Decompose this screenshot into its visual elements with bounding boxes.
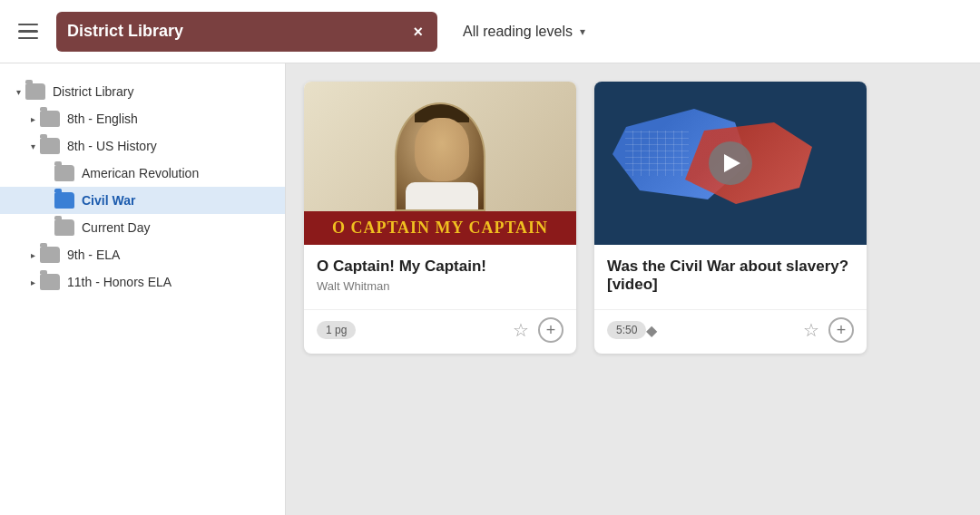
sidebar-label-9th-ela: 9th - ELA — [67, 248, 120, 262]
search-box: District Library × — [56, 12, 437, 52]
sidebar-item-district-library[interactable]: District Library — [0, 78, 285, 105]
card-body-o-captain: O Captain! My Captain! Walt Whitman — [304, 245, 576, 309]
sidebar-item-8th-english[interactable]: 8th - English — [0, 105, 285, 132]
content-area: O CAPTAIN MY CAPTAIN O Captain! My Capta… — [286, 63, 980, 515]
caption-banner: O CAPTAIN MY CAPTAIN — [304, 211, 576, 245]
hamburger-button[interactable] — [15, 20, 42, 44]
card-title-civil-war: Was the Civil War about slavery? [video] — [607, 258, 854, 294]
search-close-button[interactable]: × — [409, 22, 426, 42]
card-footer-civil-war: 5:50 ◆ ☆ + — [594, 309, 867, 354]
sidebar-label-11th-honors-ela: 11th - Honors ELA — [67, 275, 172, 289]
add-button-o-captain[interactable]: + — [538, 317, 564, 343]
sidebar: District Library8th - English8th - US Hi… — [0, 63, 286, 515]
sidebar-item-current-day[interactable]: Current Day — [0, 214, 285, 241]
card-title-o-captain: O Captain! My Captain! — [317, 258, 564, 276]
folder-icon-district-library — [25, 83, 45, 100]
folder-icon-8th-us-history — [40, 138, 60, 154]
sidebar-item-8th-us-history[interactable]: 8th - US History — [0, 132, 285, 160]
sidebar-label-american-revolution: American Revolution — [82, 166, 199, 180]
reading-level-text: All reading levels — [463, 24, 573, 40]
reading-level-filter[interactable]: All reading levels ▾ — [452, 16, 596, 47]
card-actions-civil-war: ☆ + — [803, 317, 854, 343]
hamburger-line-3 — [18, 37, 38, 40]
card-meta-civil-war: 5:50 — [607, 321, 646, 339]
folder-icon-9th-ela — [40, 247, 60, 263]
card-thumbnail-civil-war — [594, 82, 867, 245]
sidebar-label-district-library: District Library — [53, 84, 133, 99]
main-layout: District Library8th - English8th - US Hi… — [0, 63, 980, 515]
map-stars — [625, 131, 689, 176]
folder-icon-current-day — [54, 219, 74, 236]
folder-icon-11th-honors-ela — [40, 274, 60, 290]
card-author-o-captain: Walt Whitman — [317, 279, 564, 293]
star-button-o-captain[interactable]: ☆ — [513, 321, 529, 339]
lincoln-face — [415, 118, 469, 181]
star-button-civil-war[interactable]: ☆ — [803, 321, 819, 339]
add-button-civil-war[interactable]: + — [828, 317, 854, 343]
sidebar-label-8th-english: 8th - English — [67, 112, 138, 126]
card-actions-o-captain: ☆ + — [513, 317, 564, 343]
card-o-captain: O CAPTAIN MY CAPTAIN O Captain! My Capta… — [304, 82, 576, 354]
cards-grid: O CAPTAIN MY CAPTAIN O Captain! My Capta… — [304, 82, 962, 354]
sidebar-item-civil-war[interactable]: Civil War — [0, 187, 285, 214]
toggle-11th-honors-ela — [25, 275, 40, 289]
hamburger-line-2 — [18, 30, 38, 33]
toggle-9th-ela — [25, 248, 40, 262]
toggle-8th-us-history — [25, 139, 40, 153]
search-box-title: District Library — [67, 22, 409, 41]
sidebar-item-9th-ela[interactable]: 9th - ELA — [0, 241, 285, 268]
folder-icon-civil-war — [54, 192, 74, 209]
toggle-8th-english — [25, 112, 40, 126]
folder-icon-8th-english — [40, 111, 60, 127]
toggle-district-library — [11, 84, 25, 99]
sidebar-item-american-revolution[interactable]: American Revolution — [0, 160, 285, 187]
diamond-icon: ◆ — [646, 322, 657, 339]
sidebar-label-civil-war: Civil War — [82, 193, 135, 208]
sidebar-item-11th-honors-ela[interactable]: 11th - Honors ELA — [0, 268, 285, 296]
folder-icon-american-revolution — [54, 165, 74, 181]
play-button-overlay[interactable] — [709, 141, 752, 185]
card-thumbnail-lincoln: O CAPTAIN MY CAPTAIN — [304, 82, 576, 245]
lincoln-portrait-image — [395, 102, 485, 211]
lincoln-collar — [406, 182, 478, 209]
play-triangle-icon — [724, 154, 740, 172]
dropdown-arrow-icon: ▾ — [580, 25, 585, 38]
card-civil-war-video: Was the Civil War about slavery? [video]… — [594, 82, 867, 354]
card-body-civil-war: Was the Civil War about slavery? [video] — [594, 245, 867, 309]
sidebar-label-8th-us-history: 8th - US History — [67, 139, 157, 153]
top-bar: District Library × All reading levels ▾ — [0, 0, 980, 63]
card-footer-o-captain: 1 pg ☆ + — [304, 309, 576, 354]
hamburger-line-1 — [18, 24, 38, 26]
sidebar-label-current-day: Current Day — [82, 220, 150, 235]
card-meta-o-captain: 1 pg — [317, 321, 356, 339]
